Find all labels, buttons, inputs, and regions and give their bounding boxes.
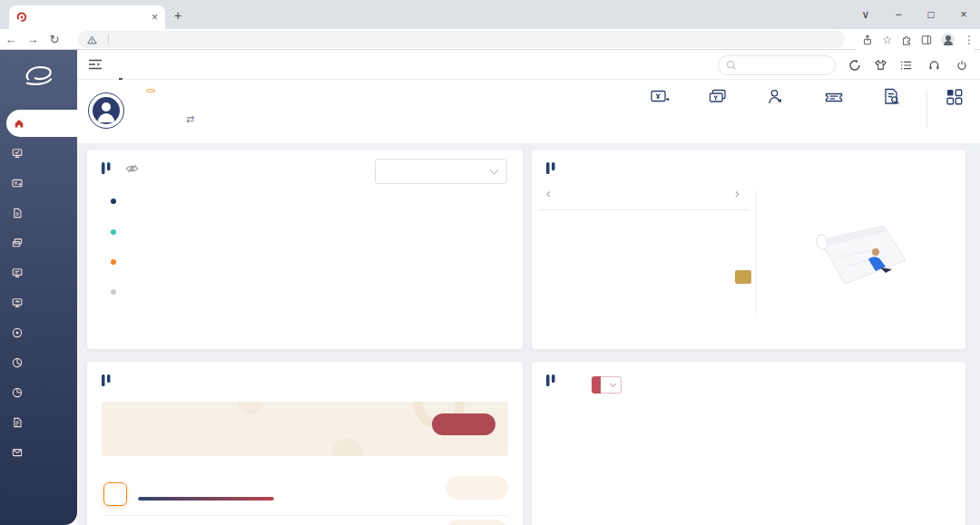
profile-avatar-icon[interactable] [941, 33, 955, 46]
currency-type-select[interactable] [592, 376, 622, 394]
calendar-day[interactable] [600, 253, 632, 271]
welcome-bar: ⇄ [77, 80, 980, 143]
calendar-day[interactable] [695, 235, 727, 253]
calendar-day[interactable] [600, 288, 632, 306]
tab-close-icon[interactable]: × [152, 12, 158, 23]
calendar-day[interactable] [600, 306, 632, 324]
search-input[interactable] [741, 60, 823, 71]
calendar-day[interactable] [727, 235, 759, 253]
enterprise-info-link[interactable] [900, 60, 916, 71]
theme-skin-icon[interactable] [874, 59, 887, 72]
extension-puzzle-icon[interactable] [901, 34, 912, 45]
calendar-day[interactable] [632, 288, 663, 306]
role-badge [146, 89, 155, 92]
title-bars-icon [102, 374, 111, 387]
sidebar-item-financing[interactable] [0, 319, 77, 346]
function-search[interactable] [718, 55, 836, 75]
calendar-day[interactable] [632, 235, 663, 253]
quick-action-one-stop-transfer[interactable] [631, 87, 689, 112]
window-minimize-icon[interactable]: − [882, 0, 915, 29]
calendar-day[interactable] [663, 306, 695, 324]
calendar-day[interactable] [727, 306, 759, 324]
calendar-day[interactable] [663, 253, 695, 271]
calendar-day[interactable] [632, 306, 663, 324]
calendar-day[interactable] [695, 253, 727, 271]
sidebar-item-group[interactable] [0, 409, 77, 436]
address-bar[interactable] [78, 31, 845, 48]
calendar-day[interactable] [632, 253, 663, 271]
repay-now-button[interactable] [446, 476, 508, 500]
quick-action-batch-transfer[interactable] [689, 87, 747, 112]
calendar-day[interactable] [727, 288, 759, 306]
calendar-day[interactable] [663, 235, 695, 253]
quick-action-all[interactable] [935, 87, 975, 112]
not-secure-warning-icon [87, 35, 97, 44]
legend-dot [111, 289, 116, 295]
sidebar-item-transfer[interactable] [0, 170, 77, 197]
loan-badge [103, 482, 127, 506]
eye-off-icon[interactable] [125, 163, 139, 174]
sidebar-item-funds[interactable] [0, 379, 77, 406]
quick-action-edraft-issue[interactable] [805, 87, 863, 112]
scene-switch-icon[interactable]: ⇄ [186, 113, 194, 125]
calendar-day[interactable] [632, 270, 663, 288]
calendar-day[interactable] [695, 288, 727, 306]
sidebar-item-international[interactable] [0, 199, 77, 227]
menu-collapse-icon[interactable] [88, 58, 103, 71]
window-maximize-icon[interactable]: □ [915, 0, 947, 29]
quick-action-tax-query[interactable] [863, 87, 921, 112]
currency-select[interactable] [375, 159, 507, 184]
calendar-day[interactable] [663, 270, 695, 288]
tab-home[interactable] [115, 50, 126, 80]
calendar-day[interactable] [568, 306, 600, 324]
quick-action-payroll[interactable] [747, 87, 805, 112]
calendar-day[interactable] [536, 253, 568, 271]
legend-item-self-wealth [111, 259, 177, 265]
calendar-day[interactable] [600, 270, 632, 288]
banner-decoration [332, 438, 363, 456]
fx-line-chart [579, 433, 924, 521]
calendar-day[interactable] [695, 270, 727, 288]
calendar-day[interactable] [600, 235, 632, 253]
side-panel-icon[interactable] [921, 34, 932, 45]
calendar-day[interactable] [568, 270, 600, 288]
calendar-day[interactable] [536, 306, 568, 324]
online-service-link[interactable] [928, 60, 944, 71]
reload-icon[interactable]: ↻ [44, 33, 65, 46]
browser-tab[interactable]: × [9, 5, 165, 29]
calendar-day[interactable] [727, 253, 759, 271]
calendar-day[interactable] [663, 288, 695, 306]
back-icon[interactable]: ← [0, 33, 22, 46]
window-close-icon[interactable]: × [947, 0, 980, 29]
calendar-day[interactable] [536, 270, 568, 288]
kebab-menu-icon[interactable]: ⋮ [964, 34, 975, 46]
loan-apply-button[interactable] [432, 413, 495, 435]
new-tab-button[interactable]: + [174, 8, 181, 23]
calendar-day[interactable] [568, 288, 600, 306]
calendar-day[interactable] [568, 253, 600, 271]
refresh-icon[interactable] [848, 59, 861, 72]
share-icon[interactable] [862, 34, 873, 45]
calendar-day[interactable] [536, 235, 568, 253]
safe-exit-link[interactable] [956, 60, 971, 71]
sidebar-item-home[interactable] [6, 110, 77, 137]
calendar-day[interactable] [568, 235, 600, 253]
calendar-next-icon[interactable]: › [735, 186, 740, 200]
one-stop-transfer-icon [650, 87, 670, 107]
financial-calendar-card: ‹ › [532, 150, 965, 349]
window-menu-icon[interactable]: ∨ [849, 0, 882, 29]
calendar-day[interactable] [536, 288, 568, 306]
calendar-day[interactable] [695, 306, 727, 324]
next-row-button-clipped[interactable] [446, 520, 508, 525]
sidebar-item-ebill[interactable] [0, 229, 77, 257]
sidebar-item-supplychain[interactable] [0, 289, 77, 316]
sidebar-item-guarantee[interactable] [0, 439, 77, 466]
favicon-dcits-logo [16, 12, 27, 23]
sidebar-item-accounts[interactable] [0, 140, 77, 167]
calendar-day-selected[interactable] [727, 270, 759, 288]
bookmark-star-icon[interactable]: ☆ [882, 34, 892, 46]
forward-icon[interactable]: → [22, 33, 44, 46]
sidebar-item-billpool[interactable] [0, 259, 77, 287]
calendar-prev-icon[interactable]: ‹ [546, 186, 551, 200]
sidebar-item-wealth[interactable] [0, 349, 77, 376]
